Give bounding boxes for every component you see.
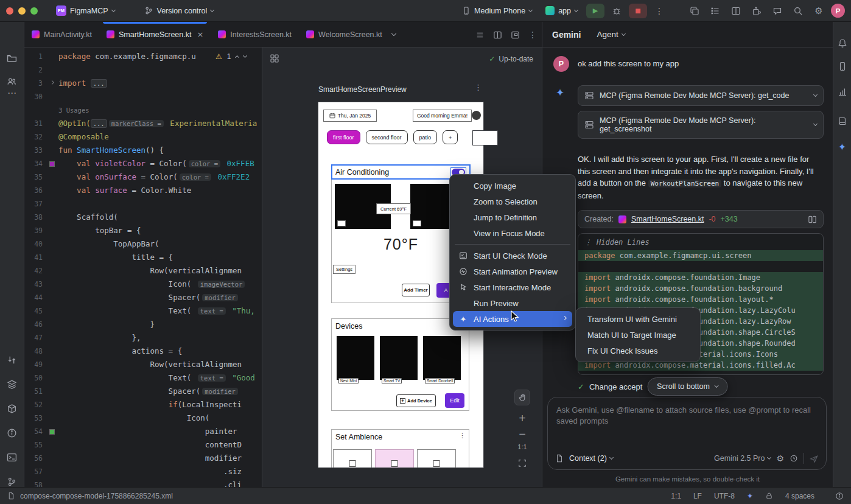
attach-file-icon[interactable] [555, 454, 564, 463]
agent-mode-selector[interactable]: Agent [597, 30, 625, 39]
zoom-to-fit-icon[interactable] [514, 455, 530, 471]
menu-item-start-ui-check-mode[interactable]: Start UI Check Mode [453, 248, 572, 264]
run-configuration-selector[interactable]: app [541, 4, 583, 18]
inspection-widget[interactable]: ⚠ 1 [212, 51, 250, 62]
line-separator-widget[interactable]: LF [693, 492, 702, 500]
more-tool-windows-icon[interactable]: ⋯ [4, 85, 20, 101]
device-mirror-icon[interactable] [686, 3, 703, 19]
tab-list-icon[interactable] [475, 30, 485, 40]
todo-list-icon[interactable] [707, 3, 724, 19]
scroll-to-bottom-button[interactable]: Scroll to bottom [647, 377, 728, 396]
prompt-settings-icon[interactable]: ⚙ [776, 453, 784, 463]
close-window-button[interactable] [6, 7, 13, 15]
build-tool-icon[interactable] [4, 401, 20, 416]
mcp-tool-call-card[interactable]: MCP (Figma Remote Dev Mode MCP Server): … [578, 85, 824, 106]
detach-editor-icon[interactable] [511, 30, 520, 40]
expand-chevron-icon[interactable] [813, 93, 818, 97]
selection-handle[interactable] [472, 130, 498, 145]
device-selector[interactable]: Medium Phone [457, 4, 537, 18]
mock-floor-chips: first floorsecond floorpatio+ [327, 130, 458, 144]
context-button[interactable]: Context (2) [569, 454, 613, 463]
preview-grid-mode-icon[interactable] [270, 54, 279, 63]
send-button[interactable] [810, 454, 819, 463]
menu-item-view-in-focus-mode[interactable]: View in Focus Mode [453, 225, 572, 241]
running-devices-icon[interactable] [835, 58, 850, 74]
search-everywhere-icon[interactable] [790, 3, 807, 19]
hidden-lines-header[interactable]: ⋮Hidden Lines [578, 234, 823, 250]
menu-item-start-interactive-mode[interactable]: Start Interactive Mode [453, 279, 572, 295]
prompt-input-container[interactable]: Ask Gemini, use @filename to attach sour… [547, 397, 827, 470]
mock-edit-button: Edit [445, 393, 464, 408]
readonly-lock-icon[interactable] [765, 492, 773, 500]
mock-current-temp: Current 69°F [376, 203, 411, 214]
editor-options-icon[interactable]: ⋮ [528, 30, 537, 39]
gemini-tool-icon[interactable]: ✦ [835, 139, 850, 155]
zoom-window-button[interactable] [30, 7, 38, 15]
menu-item-copy-image[interactable]: Copy Image [453, 178, 572, 194]
zoom-out-icon[interactable]: − [514, 426, 530, 442]
ai-assistant-status-icon[interactable]: ✦ [747, 492, 753, 500]
project-tool-icon[interactable] [4, 50, 20, 66]
open-diff-icon[interactable] [808, 215, 817, 224]
kotlin-file-icon [218, 30, 226, 38]
created-file-link[interactable]: SmartHomeScreen.kt [631, 215, 704, 223]
pull-requests-tool-icon[interactable] [4, 376, 20, 392]
submenu-item-transform-ui-with-gemini[interactable]: Transform UI with Gemini [579, 311, 697, 327]
editor-tab-smarthomescreen-kt[interactable]: SmartHomeScreen.kt× [99, 22, 211, 47]
zoom-in-icon[interactable]: + [514, 410, 530, 426]
minimize-window-button[interactable] [18, 7, 26, 15]
close-tab-icon[interactable]: × [197, 30, 203, 39]
submenu-item-fix-ui-check-issues[interactable]: Fix UI Check Issues [579, 343, 697, 359]
interactive-icon [458, 283, 469, 292]
prev-problem-icon[interactable] [235, 55, 239, 59]
split-view-icon[interactable] [727, 3, 744, 19]
hidden-tabs-chevron-icon[interactable] [392, 22, 396, 47]
history-icon[interactable] [790, 454, 798, 463]
created-file-card[interactable]: Created: SmartHomeScreen.kt -0 +343 [578, 210, 824, 228]
menu-item-start-animation-preview[interactable]: Start Animation Preview [453, 264, 572, 279]
preview-title[interactable]: SmartHomeScreenPreview [318, 85, 407, 94]
profiler-chart-icon[interactable] [835, 84, 850, 100]
next-problem-icon[interactable] [243, 54, 247, 58]
submenu-item-match-ui-to-target-image[interactable]: Match UI to Target Image [579, 327, 697, 343]
notifications-bell-icon[interactable] [835, 35, 850, 51]
terminal-tool-icon[interactable] [4, 449, 20, 465]
model-selector[interactable]: Gemini 2.5 Pro [714, 454, 771, 463]
cursor-position-widget[interactable]: 1:1 [671, 492, 681, 500]
encoding-widget[interactable]: UTF-8 [714, 492, 735, 500]
menu-item-ai-actions[interactable]: ✦AI Actions [453, 311, 572, 327]
editor-tab-welcomescreen-kt[interactable]: WelcomeScreen.kt [299, 22, 390, 47]
split-editor-icon[interactable] [493, 30, 502, 40]
expand-chevron-icon[interactable] [813, 122, 818, 126]
pan-hand-icon[interactable] [514, 390, 530, 405]
editor-tab-interestsscreen-kt[interactable]: InterestsScreen.kt [211, 22, 299, 47]
mcp-tool-call-card[interactable]: MCP (Figma Remote Dev Mode MCP Server): … [578, 111, 824, 139]
zoom-ratio-button[interactable]: 1:1 [513, 443, 531, 450]
commit-tool-icon[interactable] [4, 352, 20, 368]
window-controls [6, 7, 38, 15]
plugins-icon[interactable] [748, 3, 765, 19]
editor-tab-mainactivity-kt[interactable]: MainActivity.kt [24, 22, 99, 47]
project-selector[interactable]: FM FigmaMCP [51, 3, 120, 18]
menu-item-run-preview[interactable]: Run Preview [453, 295, 572, 311]
info-icon[interactable] [835, 492, 844, 500]
user-profile-avatar[interactable]: P [831, 4, 845, 18]
indent-widget[interactable]: 4 spaces [785, 492, 814, 500]
breadcrumb[interactable]: compose-compose-model-1758866285245.xml [20, 492, 173, 500]
documentation-book-icon[interactable] [835, 113, 850, 129]
chat-icon[interactable] [769, 3, 786, 19]
problems-tool-icon[interactable] [4, 425, 20, 441]
preview-options-icon[interactable]: ⋮ [474, 83, 482, 92]
mock-device-card-smart-tv: Smart TV [380, 336, 418, 380]
chevron-down-icon [528, 7, 533, 12]
additions-count: +343 [721, 215, 738, 223]
run-button[interactable]: ▶ [586, 4, 604, 18]
more-run-actions-button[interactable]: ⋮ [651, 3, 668, 19]
stop-button[interactable]: ■ [629, 4, 647, 18]
vcs-widget[interactable]: Version control [139, 4, 219, 18]
submenu-arrow-icon [562, 316, 567, 320]
settings-gear-icon[interactable]: ⚙ [810, 3, 827, 19]
menu-item-zoom-to-selection[interactable]: Zoom to Selection [453, 194, 572, 209]
debug-button[interactable] [608, 3, 625, 19]
menu-item-jump-to-definition[interactable]: Jump to Definition [453, 209, 572, 225]
